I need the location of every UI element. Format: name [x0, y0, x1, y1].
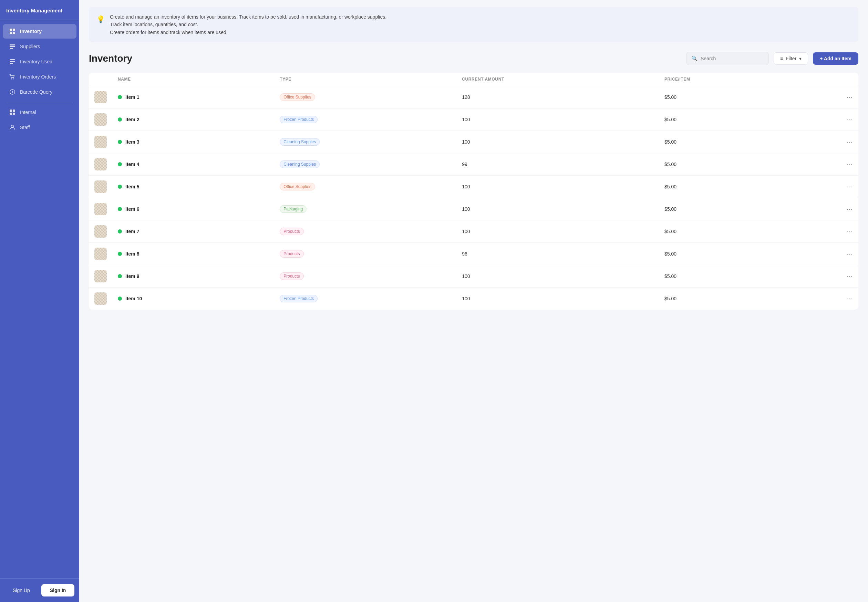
svg-point-13 [12, 91, 13, 93]
item-amount-cell: 99 [456, 153, 659, 176]
sidebar-item-barcode-label: Barcode Query [20, 89, 52, 95]
item-type-cell: Packaging [274, 198, 456, 220]
item-amount-cell: 100 [456, 109, 659, 131]
item-price-cell: $5.00 [659, 287, 841, 310]
item-thumbnail [94, 270, 107, 283]
svg-point-11 [14, 78, 14, 80]
item-thumb-cell [89, 220, 112, 243]
filter-button[interactable]: ≡ Filter ▾ [774, 52, 808, 65]
type-badge: Packaging [280, 205, 307, 213]
table-row: Item 7 Products 100 $5.00 ··· [89, 220, 858, 243]
item-name-cell: Item 4 [112, 153, 274, 176]
sidebar-item-internal[interactable]: Internal [3, 105, 77, 120]
svg-rect-8 [10, 61, 15, 62]
item-name: Item 8 [125, 251, 139, 256]
status-dot [118, 184, 122, 189]
sidebar-footer: Sign Up Sign In [0, 578, 79, 602]
item-actions-menu[interactable]: ··· [841, 176, 858, 198]
col-header-price: PRICE/ITEM [659, 73, 841, 86]
item-name-cell: Item 5 [112, 176, 274, 198]
item-actions-menu[interactable]: ··· [841, 153, 858, 176]
sidebar-item-barcode-query[interactable]: Barcode Query [3, 85, 77, 99]
table-row: Item 9 Products 100 $5.00 ··· [89, 265, 858, 287]
info-banner: 💡 Create and manage an inventory of item… [89, 7, 858, 42]
col-header-actions [841, 73, 858, 86]
item-amount-cell: 100 [456, 131, 659, 153]
item-actions-menu[interactable]: ··· [841, 265, 858, 287]
internal-icon [9, 109, 16, 116]
svg-rect-2 [10, 32, 12, 34]
svg-point-10 [11, 78, 12, 80]
sidebar-item-staff[interactable]: Staff [3, 120, 77, 135]
type-badge: Products [280, 272, 303, 280]
item-actions-menu[interactable]: ··· [841, 86, 858, 109]
filter-label: Filter [786, 56, 796, 61]
type-badge: Frozen Products [280, 295, 318, 303]
col-header-amount: CURRENT AMOUNT [456, 73, 659, 86]
item-name-cell: Item 6 [112, 198, 274, 220]
item-actions-menu[interactable]: ··· [841, 243, 858, 265]
search-input[interactable] [701, 56, 764, 61]
item-price-cell: $5.00 [659, 198, 841, 220]
inventory-table: NAME TYPE CURRENT AMOUNT PRICE/ITEM Item… [89, 73, 858, 310]
sidebar-item-inventory[interactable]: Inventory [3, 24, 77, 38]
item-thumbnail [94, 203, 107, 215]
filter-icon: ≡ [780, 56, 783, 61]
sidebar-item-suppliers[interactable]: Suppliers [3, 39, 77, 54]
item-name: Item 3 [125, 139, 139, 144]
barcode-icon [9, 89, 16, 95]
item-thumb-cell [89, 131, 112, 153]
item-thumbnail [94, 292, 107, 305]
filter-chevron-icon: ▾ [799, 56, 802, 61]
sidebar-item-inventory-orders[interactable]: Inventory Orders [3, 69, 77, 84]
item-name: Item 2 [125, 117, 139, 122]
sidebar-item-internal-label: Internal [20, 109, 36, 115]
item-price-cell: $5.00 [659, 86, 841, 109]
search-box[interactable]: 🔍 [686, 52, 769, 65]
status-dot [118, 296, 122, 301]
table-row: Item 3 Cleaning Supples 100 $5.00 ··· [89, 131, 858, 153]
add-item-button[interactable]: + Add an Item [813, 52, 858, 65]
sidebar-item-inventory-label: Inventory [20, 29, 41, 34]
sidebar-item-inventory-used[interactable]: Inventory Used [3, 54, 77, 69]
item-actions-menu[interactable]: ··· [841, 220, 858, 243]
item-name: Item 1 [125, 94, 139, 100]
item-name-cell: Item 10 [112, 287, 274, 310]
banner-text: Create and manage an inventory of items … [110, 13, 386, 36]
item-actions-menu[interactable]: ··· [841, 109, 858, 131]
status-dot [118, 252, 122, 256]
item-name: Item 4 [125, 161, 139, 167]
table-row: Item 4 Cleaning Supples 99 $5.00 ··· [89, 153, 858, 176]
col-header-type: TYPE [274, 73, 456, 86]
item-type-cell: Products [274, 243, 456, 265]
item-type-cell: Products [274, 220, 456, 243]
item-thumbnail [94, 113, 107, 126]
signup-button[interactable]: Sign Up [5, 584, 38, 596]
item-thumbnail [94, 91, 107, 103]
status-dot [118, 207, 122, 211]
type-badge: Cleaning Supples [280, 138, 320, 146]
sidebar: Inventory Management Inventory Suppliers… [0, 0, 79, 602]
svg-rect-17 [13, 113, 15, 115]
item-actions-menu[interactable]: ··· [841, 131, 858, 153]
signin-button[interactable]: Sign In [41, 584, 74, 596]
col-header-name: NAME [112, 73, 274, 86]
status-dot [118, 229, 122, 233]
item-actions-menu[interactable]: ··· [841, 198, 858, 220]
item-thumbnail [94, 136, 107, 148]
type-badge: Products [280, 228, 303, 235]
svg-rect-7 [10, 59, 15, 60]
item-thumb-cell [89, 109, 112, 131]
suppliers-icon [9, 43, 16, 50]
staff-icon [9, 124, 16, 131]
inventory-tbody: Item 1 Office Supplies 128 $5.00 ··· Ite… [89, 86, 858, 310]
item-thumb-cell [89, 265, 112, 287]
item-thumbnail [94, 158, 107, 170]
svg-rect-16 [10, 113, 12, 115]
item-name-cell: Item 1 [112, 86, 274, 109]
item-amount-cell: 96 [456, 243, 659, 265]
item-actions-menu[interactable]: ··· [841, 287, 858, 310]
item-amount-cell: 100 [456, 176, 659, 198]
type-badge: Office Supplies [280, 183, 315, 190]
page-title: Inventory [89, 53, 681, 64]
